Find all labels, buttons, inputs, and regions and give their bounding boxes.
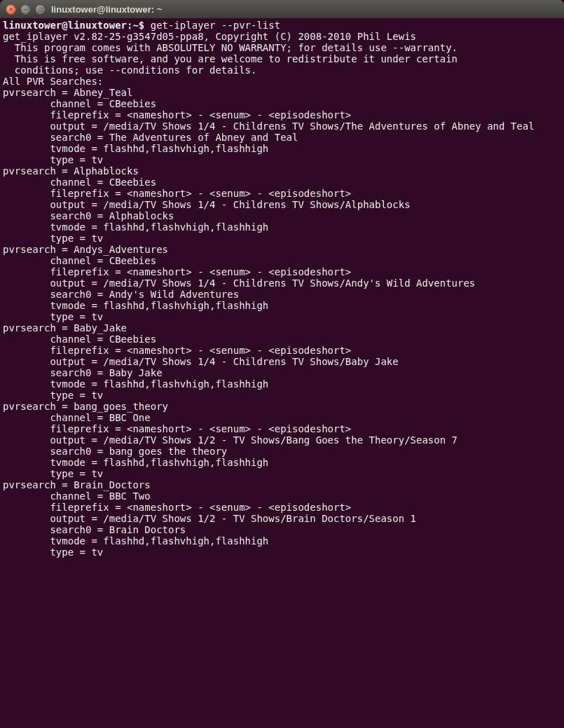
terminal-line: pvrsearch = Andys_Adventures [3, 244, 564, 255]
terminal-output[interactable]: linuxtower@linuxtower:~$ get-iplayer --p… [0, 18, 564, 728]
minimize-icon[interactable]: – [20, 4, 31, 15]
terminal-line: pvrsearch = Baby_Jake [3, 322, 564, 334]
terminal-line: output = /media/TV Shows 1/2 - TV Shows/… [3, 434, 564, 446]
terminal-line: This program comes with ABSOLUTELY NO WA… [3, 42, 564, 53]
terminal-line: type = tv [3, 468, 564, 479]
terminal-line: get_iplayer v2.82-25-g3547d05-ppa8, Copy… [3, 31, 564, 42]
terminal-line: tvmode = flashhd,flashvhigh,flashhigh [3, 143, 564, 154]
terminal-line: pvrsearch = bang_goes_theory [3, 401, 564, 412]
terminal-line: linuxtower@linuxtower:~$ get-iplayer --p… [3, 20, 564, 31]
terminal-line: output = /media/TV Shows 1/2 - TV Shows/… [3, 513, 564, 524]
terminal-line: output = /media/TV Shows 1/4 - Childrens… [3, 356, 564, 367]
terminal-line: pvrsearch = Abney_Teal [3, 87, 564, 98]
terminal-line: fileprefix = <nameshort> - <senum> - <ep… [3, 266, 564, 277]
terminal-line: output = /media/TV Shows 1/4 - Childrens… [3, 277, 564, 289]
window-title: linuxtower@linuxtower: ~ [51, 4, 162, 15]
terminal-line: tvmode = flashhd,flashvhigh,flashhigh [3, 535, 564, 547]
terminal-line: type = tv [3, 311, 564, 322]
terminal-line: search0 = Baby Jake [3, 367, 564, 378]
terminal-line: type = tv [3, 233, 564, 244]
terminal-line: fileprefix = <nameshort> - <senum> - <ep… [3, 423, 564, 434]
terminal-line: output = /media/TV Shows 1/4 - Childrens… [3, 199, 564, 210]
terminal-line: fileprefix = <nameshort> - <senum> - <ep… [3, 345, 564, 356]
terminal-line: channel = BBC Two [3, 490, 564, 502]
terminal-line: channel = CBeebies [3, 98, 564, 109]
terminal-line: type = tv [3, 154, 564, 165]
terminal-line: channel = CBeebies [3, 334, 564, 345]
close-icon[interactable]: ✕ [6, 4, 16, 15]
terminal-line: search0 = Andy's Wild Adventures [3, 289, 564, 300]
terminal-line: tvmode = flashhd,flashvhigh,flashhigh [3, 457, 564, 468]
terminal-line: fileprefix = <nameshort> - <senum> - <ep… [3, 188, 564, 199]
terminal-line: tvmode = flashhd,flashvhigh,flashhigh [3, 300, 564, 311]
terminal-line: type = tv [3, 547, 564, 558]
terminal-line: pvrsearch = Alphablocks [3, 165, 564, 177]
terminal-line: search0 = Brain Doctors [3, 524, 564, 535]
terminal-line: search0 = bang goes the theory [3, 446, 564, 457]
window-controls: ✕ – ▢ [6, 4, 46, 15]
terminal-line: conditions; use --conditions for details… [3, 64, 564, 76]
terminal-line: channel = CBeebies [3, 255, 564, 266]
terminal-line: All PVR Searches: [3, 76, 564, 87]
terminal-line: fileprefix = <nameshort> - <senum> - <ep… [3, 502, 564, 513]
terminal-line: search0 = The Adventures of Abney and Te… [3, 132, 564, 143]
terminal-line: fileprefix = <nameshort> - <senum> - <ep… [3, 109, 564, 121]
terminal-line: tvmode = flashhd,flashvhigh,flashhigh [3, 378, 564, 390]
shell-prompt: linuxtower@linuxtower:~$ [3, 20, 151, 31]
maximize-icon[interactable]: ▢ [35, 4, 46, 15]
titlebar: ✕ – ▢ linuxtower@linuxtower: ~ [0, 0, 564, 18]
terminal-line: channel = CBeebies [3, 177, 564, 188]
terminal-line: channel = BBC One [3, 412, 564, 423]
terminal-line: This is free software, and you are welco… [3, 53, 564, 64]
terminal-line: search0 = Alphablocks [3, 210, 564, 221]
terminal-line: tvmode = flashhd,flashvhigh,flashhigh [3, 221, 564, 233]
terminal-line: output = /media/TV Shows 1/4 - Childrens… [3, 121, 564, 132]
terminal-line: pvrsearch = Brain_Doctors [3, 479, 564, 490]
terminal-line: type = tv [3, 390, 564, 401]
